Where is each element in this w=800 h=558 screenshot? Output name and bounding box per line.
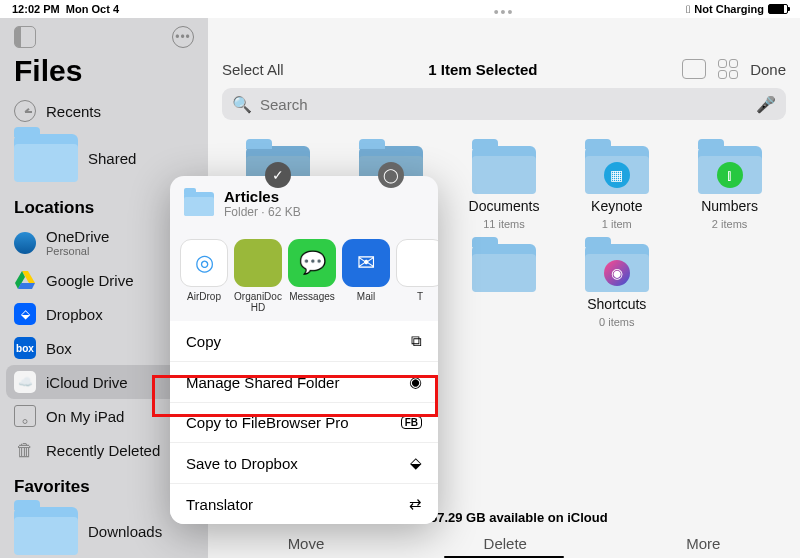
sidebar-item-sub: Personal [46,245,109,257]
sidebar-item-label: Dropbox [46,306,103,323]
share-messages[interactable]: 💬Messages [288,239,336,313]
downloads-icon: 📁 [14,507,78,555]
copy-icon: ⧉ [411,332,422,350]
action-save-dropbox[interactable]: Save to Dropbox⬙ [170,443,438,484]
fb-icon: FB [401,416,422,429]
trash-icon: 🗑 [14,439,36,461]
box-icon: box [14,337,36,359]
popover-title: Articles [224,188,301,205]
sidebar-item-recents[interactable]: Recents [0,94,208,128]
charging-status: Not Charging [694,3,764,15]
action-label: Save to Dropbox [186,455,298,472]
status-time: 12:02 PM [12,3,60,15]
share-app-label: OrganiDoc HD [234,291,282,313]
sidebar-toggle-icon[interactable] [14,26,36,48]
share-airdrop[interactable]: ◎AirDrop [180,239,228,313]
action-copy-filebrowser[interactable]: Copy to FileBrowser ProFB [170,403,438,443]
share-app-label: T [417,291,423,302]
sidebar-item-label: Shared [88,150,136,167]
folder-icon [184,192,214,216]
action-label: Translator [186,496,253,513]
sidebar-item-label: On My iPad [46,408,124,425]
sidebar-item-label: OneDrive [46,228,109,245]
sidebar-item-label: Google Drive [46,272,134,289]
share-organidoc[interactable]: OrganiDoc HD [234,239,282,313]
action-translator[interactable]: Translator⇄ [170,484,438,524]
share-mail[interactable]: ✉Mail [342,239,390,313]
dropbox-icon: ⬙ [14,303,36,325]
wifi-icon: 􀙇 [686,3,690,15]
share-app-label: Messages [289,291,335,302]
sidebar-title: Files [0,52,208,94]
clock-icon [14,100,36,122]
popover-subtitle: Folder · 62 KB [224,205,301,219]
action-label: Copy [186,333,221,350]
sidebar-item-label: Box [46,340,72,357]
status-date: Mon Oct 4 [66,3,119,15]
share-app-label: Mail [357,291,375,302]
share-popover: Articles Folder · 62 KB ◎AirDrop OrganiD… [170,176,438,524]
gdrive-icon [14,269,36,291]
sidebar-item-label: Downloads [88,523,162,540]
sidebar-item-label: Recently Deleted [46,442,160,459]
translate-icon: ⇄ [409,495,422,513]
action-label: Manage Shared Folder [186,374,339,391]
sidebar-item-label: Recents [46,103,101,120]
share-more[interactable]: T [396,239,438,313]
ipad-icon [14,405,36,427]
shared-icon: ◉ [409,373,422,391]
icloud-icon: ☁️ [14,371,36,393]
content-area: ••• Select All 1 Item Selected Done 🔍 🎤 … [208,18,800,558]
dropbox-icon: ⬙ [410,454,422,472]
action-copy[interactable]: Copy⧉ [170,321,438,362]
onedrive-icon [14,232,36,254]
sidebar-item-label: iCloud Drive [46,374,128,391]
shared-folder-icon: 📁 [14,134,78,182]
more-icon[interactable]: ••• [172,26,194,48]
share-app-label: AirDrop [187,291,221,302]
battery-icon [768,4,788,14]
action-manage-shared[interactable]: Manage Shared Folder◉ [170,362,438,403]
action-label: Copy to FileBrowser Pro [186,414,349,431]
